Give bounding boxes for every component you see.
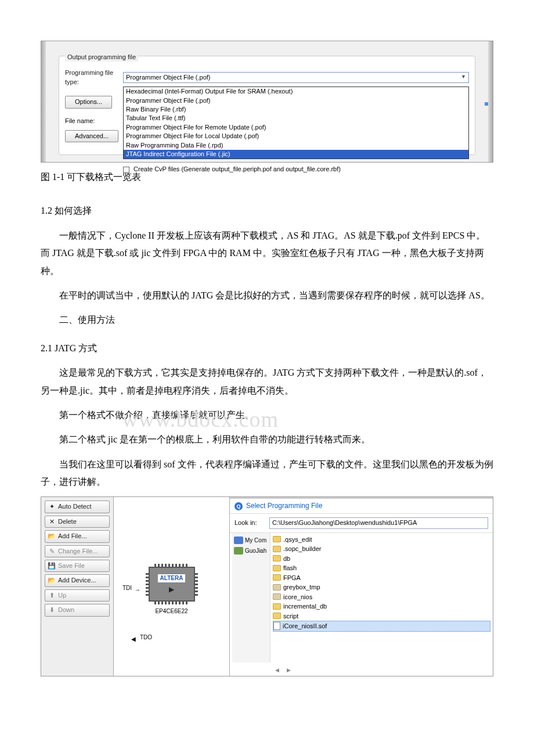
x-icon: ✕ [48, 517, 56, 526]
folder-icon [273, 574, 281, 581]
dialog-title: Select Programming File [246, 501, 322, 511]
heading-2: 二、使用方法 [41, 311, 493, 329]
chip-icon: 📂 [48, 576, 56, 585]
paragraph: 这是最常见的下载方式，它其实是支持掉电保存的。JATG 方式下支持两种下载文件，… [41, 364, 493, 399]
paragraph: 第二个格式 jic 是在第一个的根底上，利用软件自带的功能进行转格式而来。 [41, 431, 493, 448]
folder-item[interactable]: greybox_tmp [273, 582, 490, 592]
chevron-down-icon: ▼ [461, 73, 466, 82]
folder-item[interactable]: flash [273, 563, 490, 573]
scrollbar-thumb[interactable] [485, 102, 488, 106]
delete-button[interactable]: ✕Delete [45, 516, 110, 528]
heading-1-2: 1.2 如何选择 [41, 202, 493, 219]
advanced-button[interactable]: Advanced... [65, 130, 118, 142]
programming-file-type-label: Programming file type: [65, 69, 123, 87]
edit-icon: ✎ [48, 547, 56, 556]
play-icon: ▶ [169, 585, 174, 595]
list-item[interactable]: Raw Binary File (.rbf) [124, 105, 468, 114]
folder-icon [273, 584, 281, 591]
file-list[interactable]: .qsys_edit .sopc_builder db flash FPGA g… [270, 533, 493, 663]
arrow-right-icon: → [135, 586, 140, 594]
quartus-icon: Q [234, 502, 243, 510]
sof-file-item-selected[interactable]: iCore_niosII.sof [273, 621, 490, 632]
folder-icon [273, 555, 281, 561]
folder-icon [273, 593, 281, 600]
list-item[interactable]: Programmer Object File for Remote Update… [124, 123, 468, 132]
window-right-border [488, 41, 493, 162]
list-item[interactable]: Programmer Object File for Local Update … [124, 132, 468, 141]
auto-detect-button[interactable]: ✦Auto Detect [45, 501, 110, 513]
arrow-left-icon: ◀ [131, 635, 136, 643]
chip-model-label: EP4CE6E22 [149, 607, 195, 615]
add-device-button[interactable]: 📂Add Device... [45, 574, 110, 586]
paragraph: 一般情况下，Cyclone II 开发板上应该有两种下载模式，AS 和 JTAG… [41, 227, 493, 280]
arrow-down-icon: ⬇ [48, 606, 56, 614]
paragraph: 第一个格式不做介绍，直接编译后就可以产生。 [41, 406, 493, 424]
folder-item[interactable]: FPGA [273, 573, 490, 583]
file-icon [273, 622, 280, 630]
user-folder-icon [234, 547, 243, 555]
jtag-chain-view: TDI → ALTERA ▶ EP4CE6E22 TDO ◀ [114, 497, 230, 676]
folder-item[interactable]: incremental_db [273, 602, 490, 611]
save-file-button[interactable]: 💾Save File [45, 560, 110, 572]
up-button[interactable]: ⬆Up [45, 589, 110, 602]
folder-icon [273, 603, 281, 610]
save-icon: 💾 [48, 561, 56, 570]
list-item[interactable]: Hexadecimal (Intel-Format) Output File f… [124, 87, 468, 96]
file-open-dialog: Q Select Programming File Look in: C:\Us… [230, 497, 493, 676]
folder-item[interactable]: icore_nios [273, 592, 490, 602]
folder-icon [273, 565, 281, 571]
list-item[interactable]: Programmer Object File (.pof) [124, 96, 468, 105]
folder-item[interactable]: .sopc_builder [273, 544, 490, 554]
arrow-up-icon: ⬆ [48, 591, 56, 600]
list-item-selected[interactable]: JTAG Indirect Configuration File (.jic) [124, 150, 468, 159]
folder-item[interactable]: .qsys_edit [273, 535, 490, 545]
folder-icon [273, 613, 281, 619]
list-item[interactable]: Tabular Text File (.ttf) [124, 114, 468, 123]
folder-open-icon: 📂 [48, 532, 56, 541]
fpga-chip[interactable]: ALTERA ▶ [149, 567, 195, 602]
groupbox-label: Output programming file [65, 53, 138, 62]
window-left-border [41, 41, 46, 162]
places-sidebar: My Com GuoJiah [232, 533, 270, 663]
cvp-checkbox-label: Create CvP files (Generate output_file.p… [134, 165, 341, 172]
look-in-path-combo[interactable]: C:\Users\GuoJiahong\Desktop\wendushidu1\… [269, 517, 488, 528]
add-file-button[interactable]: 📂Add File... [45, 530, 110, 542]
tdo-label: TDO [140, 633, 152, 642]
dropdown-value: Programmer Object File (.pof) [126, 73, 210, 82]
altera-logo: ALTERA [158, 574, 186, 582]
paragraph: 在平时的调试当中，使用默认的 JATG 会是比拟好的方式，当遇到需要保存程序的时… [41, 287, 493, 304]
change-file-button[interactable]: ✎Change File... [45, 545, 110, 557]
cvp-checkbox[interactable] [123, 167, 129, 173]
folder-item[interactable]: script [273, 611, 490, 621]
folder-icon [273, 546, 281, 552]
place-user[interactable]: GuoJiah [232, 546, 270, 556]
screenshot-file-type-dropdown: Output programming file Programming file… [41, 41, 493, 163]
folder-icon [273, 536, 281, 542]
place-my-computer[interactable]: My Com [232, 535, 270, 546]
horizontal-scrollbar[interactable]: ◀ ▶ [275, 667, 291, 674]
paragraph: 当我们在这里可以看得到 sof 文件，代表程序编译通过，产生可下载的文件。这里我… [41, 456, 493, 491]
list-item[interactable]: Raw Programming Data File (.rpd) [124, 141, 468, 150]
options-button[interactable]: Options... [65, 96, 112, 108]
computer-icon [234, 537, 243, 544]
magic-wand-icon: ✦ [48, 502, 56, 511]
heading-2-1: 2.1 JATG 方式 [41, 340, 493, 357]
screenshot-programmer-and-file-dialog: ✦Auto Detect ✕Delete 📂Add File... ✎Chang… [41, 496, 493, 676]
folder-item[interactable]: db [273, 554, 490, 564]
look-in-label: Look in: [234, 519, 265, 527]
programming-file-type-dropdown[interactable]: Programmer Object File (.pof) ▼ [123, 72, 469, 83]
file-type-listbox[interactable]: Hexadecimal (Intel-Format) Output File f… [123, 87, 469, 159]
programmer-button-panel: ✦Auto Detect ✕Delete 📂Add File... ✎Chang… [41, 497, 114, 676]
tdi-label: TDI [122, 584, 132, 592]
down-button[interactable]: ⬇Down [45, 604, 110, 616]
file-name-label: File name: [65, 117, 123, 125]
